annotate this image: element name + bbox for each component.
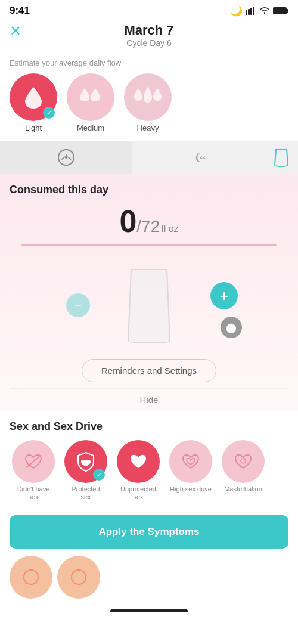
svg-rect-0 <box>246 10 247 15</box>
unprotected-sex-icon <box>128 453 148 470</box>
water-current: 0 <box>119 204 136 239</box>
sex-option-masturbation[interactable]: Masturbation <box>219 440 267 501</box>
sleep-icon: ZZ <box>189 148 208 167</box>
flow-circle-heavy[interactable] <box>124 73 172 121</box>
masturbation-icon <box>233 453 253 470</box>
water-increase-button[interactable]: + <box>210 282 238 309</box>
sex-label-masturbation: Masturbation <box>224 485 262 493</box>
peek-circle-2 <box>57 556 100 599</box>
peek-circle-1 <box>10 556 52 599</box>
water-decrease-button[interactable]: − <box>66 293 90 317</box>
flow-label-medium: Medium <box>77 123 104 132</box>
hide-water-button[interactable]: Hide <box>10 388 288 411</box>
scale-icon <box>57 148 76 167</box>
tab-scale[interactable] <box>0 141 132 174</box>
sex-option-protected[interactable]: ✓ Protectedsex <box>62 440 110 501</box>
high-drive-icon <box>181 453 201 470</box>
water-drag-handle[interactable]: ⬤ <box>221 317 242 338</box>
home-indicator <box>110 609 188 612</box>
sex-section-title: Sex and Sex Drive <box>10 420 288 433</box>
tab-sleep[interactable]: ZZ <box>132 141 265 174</box>
peek-icon-1 <box>21 568 41 587</box>
svg-point-12 <box>24 570 38 584</box>
signal-icon <box>246 7 256 15</box>
svg-rect-1 <box>248 9 250 15</box>
cup-tab-icon <box>273 147 290 168</box>
no-sex-icon <box>23 453 44 470</box>
flow-option-heavy[interactable]: Heavy <box>124 73 172 132</box>
header: ✕ March 7 Cycle Day 6 <box>0 19 298 54</box>
drop-icon-heavy <box>132 84 163 110</box>
sex-circle-masturbation[interactable] <box>222 440 265 483</box>
sex-option-none[interactable]: Didn't havesex <box>10 440 57 501</box>
water-total: 72 <box>141 217 160 236</box>
status-bar: 9:41 🌙 <box>0 0 298 19</box>
svg-rect-2 <box>250 8 252 15</box>
water-section: Consumed this day 0/72fl oz − + ⬤ Remind… <box>0 174 298 411</box>
sex-option-high-drive[interactable]: High sex drive <box>167 440 215 501</box>
sex-section: Sex and Sex Drive Didn't havesex ✓ Prote… <box>0 411 298 508</box>
water-unit: fl oz <box>161 224 178 234</box>
flow-options: ✓ Light Medium Heavy <box>10 73 288 132</box>
sex-circle-unprotected[interactable] <box>117 440 160 483</box>
flow-hint: Estimate your average daily flow <box>10 58 288 67</box>
water-progress-bar <box>21 244 277 246</box>
svg-text:ZZ: ZZ <box>200 154 206 160</box>
flow-circle-light[interactable]: ✓ <box>10 73 57 121</box>
wifi-icon <box>259 7 270 15</box>
svg-point-8 <box>65 156 67 159</box>
check-badge-light: ✓ <box>43 107 55 119</box>
close-button[interactable]: ✕ <box>10 23 21 39</box>
drop-icon-light <box>23 85 44 110</box>
cup-svg <box>122 267 176 344</box>
flow-label-light: Light <box>25 123 42 132</box>
tab-water[interactable] <box>265 141 298 174</box>
sex-label-none: Didn't havesex <box>17 485 50 501</box>
check-badge-protected: ✓ <box>93 469 105 481</box>
protected-sex-icon <box>75 451 97 472</box>
water-section-title: Consumed this day <box>10 184 288 196</box>
status-icons: 🌙 <box>231 5 288 17</box>
flow-label-heavy: Heavy <box>137 123 159 132</box>
water-cup <box>122 267 176 344</box>
water-separator: / <box>136 217 141 236</box>
svg-point-13 <box>72 570 86 584</box>
apply-symptoms-button[interactable]: Apply the Symptoms <box>10 515 288 549</box>
sex-option-unprotected[interactable]: Unprotectedsex <box>114 440 162 501</box>
battery-icon <box>273 7 288 15</box>
reminders-settings-button[interactable]: Reminders and Settings <box>82 359 216 382</box>
sex-options: Didn't havesex ✓ Protectedsex Unprotecte… <box>10 440 288 503</box>
tabs-row: ZZ <box>0 141 298 174</box>
flow-section: Estimate your average daily flow ✓ Light… <box>0 54 298 132</box>
water-amount-display: 0/72fl oz <box>10 203 288 239</box>
header-cycle-day: Cycle Day 6 <box>126 38 171 48</box>
flow-option-light[interactable]: ✓ Light <box>10 73 57 132</box>
status-time: 9:41 <box>10 5 30 17</box>
sex-label-protected: Protectedsex <box>72 485 100 501</box>
sex-label-unprotected: Unprotectedsex <box>120 485 156 501</box>
svg-rect-3 <box>253 7 254 15</box>
peek-icon-2 <box>69 568 88 587</box>
sex-circle-high-drive[interactable] <box>169 440 212 483</box>
flow-circle-medium[interactable] <box>67 73 114 121</box>
sex-circle-none[interactable] <box>12 440 55 483</box>
header-date: March 7 <box>124 23 173 38</box>
drop-icon-medium <box>77 85 104 110</box>
bottom-peek <box>0 556 298 605</box>
sex-label-high-drive: High sex drive <box>170 485 212 493</box>
flow-option-medium[interactable]: Medium <box>67 73 114 132</box>
moon-icon: 🌙 <box>231 5 243 17</box>
sex-circle-protected[interactable]: ✓ <box>64 440 107 483</box>
water-cup-container: − + ⬤ <box>10 258 288 353</box>
svg-point-11 <box>241 459 246 463</box>
svg-rect-5 <box>287 9 288 13</box>
svg-rect-4 <box>273 7 287 14</box>
